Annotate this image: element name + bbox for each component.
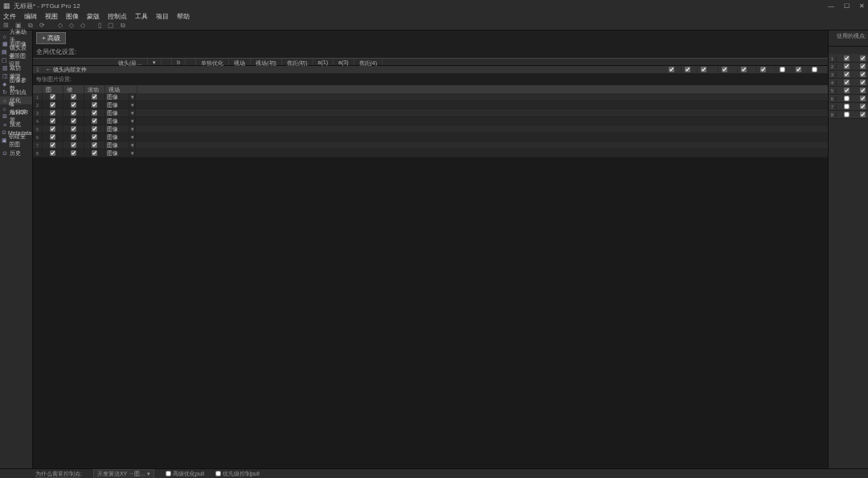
menu-8[interactable]: 帮助 [177, 12, 190, 21]
vp-check-a[interactable] [844, 96, 850, 101]
sidebar-item-10[interactable]: ⊞项目设置 [0, 112, 32, 121]
row-pitch[interactable] [71, 94, 76, 100]
minimize-button[interactable]: — [828, 2, 834, 10]
table-row-6[interactable]: 7图像▾ [33, 141, 828, 149]
row-pitch[interactable] [71, 102, 76, 108]
table-row-2[interactable]: 3图像▾ [33, 109, 828, 117]
sidebar-item-history[interactable]: ⊙ 历史 [0, 149, 32, 157]
menu-4[interactable]: 蒙版 [87, 12, 100, 21]
sidebar-item-6[interactable]: ◈图像参数 [0, 80, 32, 88]
file-check-9[interactable] [812, 67, 817, 72]
subheader-1[interactable]: 倾tpitch [63, 85, 84, 93]
toolbar-btn-0[interactable]: ⊞ [3, 22, 9, 29]
status-select[interactable]: 开发算法XY →图… ▾ [93, 469, 154, 479]
vp-check-b[interactable] [860, 63, 866, 69]
subheader-3[interactable]: 视场 [105, 85, 137, 93]
row-yaw[interactable] [50, 110, 55, 116]
subheader-0[interactable]: 图yaw [43, 85, 63, 93]
file-check-7[interactable] [780, 67, 785, 72]
table-row-1[interactable]: 2图像▾ [33, 101, 828, 109]
row-pitch[interactable] [71, 150, 76, 156]
file-check-8[interactable] [796, 67, 801, 72]
header-col-6[interactable]: 视场 [229, 59, 251, 65]
menu-3[interactable]: 图像 [66, 12, 79, 21]
row-dropdown[interactable]: ▾ [129, 93, 136, 100]
sidebar-item-3[interactable]: ▢全景图设置 [0, 56, 32, 64]
vp-check-a[interactable] [844, 71, 850, 77]
status-cb1[interactable] [166, 471, 171, 476]
vp-check-b[interactable] [860, 88, 866, 93]
vp-check-a[interactable] [844, 63, 850, 69]
menu-1[interactable]: 编辑 [24, 12, 37, 21]
vp-check-b[interactable] [860, 112, 866, 117]
menu-5[interactable]: 控制点 [108, 12, 127, 21]
toolbar-btn-11[interactable]: ⧉ [121, 22, 125, 30]
header-col-1[interactable]: ▾ [148, 59, 162, 65]
row-dropdown[interactable]: ▾ [129, 109, 136, 116]
menu-0[interactable]: 文件 [3, 12, 16, 21]
vp-check-b[interactable] [860, 96, 866, 101]
toolbar-btn-7[interactable]: ◇ [80, 22, 85, 29]
toolbar-btn-9[interactable]: ▯ [98, 22, 101, 29]
vp-check-a[interactable] [844, 104, 850, 109]
vp-check-b[interactable] [860, 71, 866, 77]
row-roll[interactable] [92, 118, 97, 124]
vp-check-a[interactable] [844, 80, 850, 85]
close-button[interactable]: ✕ [859, 2, 865, 10]
vp-check-b[interactable] [860, 55, 866, 61]
row-dropdown[interactable]: ▾ [129, 141, 136, 149]
status-cb2[interactable] [215, 471, 221, 476]
vp-check-a[interactable] [844, 112, 850, 117]
row-pitch[interactable] [71, 134, 76, 140]
viewpoint-row-7[interactable]: 8 [829, 111, 868, 119]
row-dropdown[interactable]: ▾ [129, 133, 136, 141]
row-yaw[interactable] [50, 142, 55, 148]
maximize-button[interactable]: ☐ [844, 2, 850, 10]
file-check-5[interactable] [741, 67, 747, 72]
toolbar-btn-3[interactable]: ⟳ [39, 22, 45, 29]
header-col-9[interactable]: a(1) [313, 59, 334, 65]
row-dropdown[interactable]: ▾ [129, 117, 136, 125]
row-pitch[interactable] [71, 118, 76, 124]
file-check-6[interactable] [760, 67, 766, 72]
row-yaw[interactable] [50, 94, 55, 100]
header-col-0[interactable]: 镜头(最… [113, 59, 148, 65]
row-roll[interactable] [92, 102, 97, 108]
row-pitch[interactable] [71, 126, 76, 132]
row-roll[interactable] [92, 110, 97, 116]
subheader-2[interactable]: 滚动roll [84, 85, 105, 93]
file-check-1[interactable] [669, 67, 674, 72]
row-pitch[interactable] [71, 142, 76, 148]
row-roll[interactable] [92, 94, 97, 100]
file-check-3[interactable] [701, 67, 706, 72]
menu-2[interactable]: 视图 [45, 12, 58, 21]
viewpoint-row-4[interactable]: 5 [829, 87, 868, 95]
advanced-button[interactable]: + 高级 [36, 32, 66, 44]
toolbar-btn-10[interactable]: ▢ [108, 22, 114, 29]
viewpoint-row-0[interactable]: 1 [829, 55, 868, 63]
row-yaw[interactable] [50, 134, 55, 140]
row-yaw[interactable] [50, 118, 55, 124]
table-row-4[interactable]: 5图像▾ [33, 125, 828, 133]
viewpoint-row-5[interactable]: 6 [829, 95, 868, 103]
row-pitch[interactable] [71, 110, 76, 116]
row-yaw[interactable] [50, 102, 55, 108]
header-col-10[interactable]: a(3) [334, 59, 354, 65]
header-col-3[interactable]: b [172, 59, 186, 65]
row-roll[interactable] [92, 142, 97, 148]
row-dropdown[interactable]: ▾ [129, 125, 136, 133]
header-col-2[interactable] [162, 59, 172, 65]
vp-check-b[interactable] [860, 104, 866, 109]
header-col-7[interactable]: 视场(初) [251, 59, 282, 65]
row-yaw[interactable] [50, 126, 55, 132]
vp-check-a[interactable] [844, 55, 850, 61]
header-col-5[interactable]: 单独优化 [196, 59, 229, 65]
table-row-7[interactable]: 8图像▾ [33, 149, 828, 157]
toolbar-btn-6[interactable]: ◇ [69, 22, 74, 29]
file-check-2[interactable] [685, 67, 690, 72]
row-dropdown[interactable]: ▾ [129, 101, 136, 108]
row-yaw[interactable] [50, 150, 55, 156]
header-col-11[interactable]: 焦距(4) [354, 59, 383, 65]
menu-7[interactable]: 项目 [156, 12, 169, 21]
file-row[interactable]: 1 ← 镜头内部文件 [33, 66, 828, 74]
